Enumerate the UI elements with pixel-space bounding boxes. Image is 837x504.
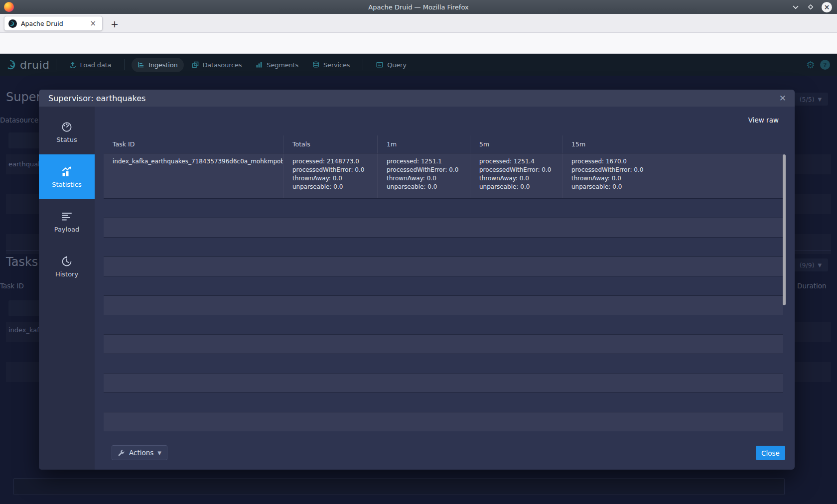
new-tab-button[interactable]: + (107, 17, 123, 30)
divider (56, 59, 56, 70)
load-data-icon (69, 61, 76, 68)
table-row (13, 478, 785, 495)
dialog-sidebar: Status Statistics Payload History (39, 107, 95, 470)
table-row-empty (104, 334, 783, 354)
dialog-header: Supervisor: earthquakes ✕ (39, 90, 795, 107)
col-15m: 15m (562, 135, 783, 153)
tab-title: Apache Druid (21, 20, 88, 27)
5m-cell: processed: 1251.4 processedWithError: 0.… (470, 153, 562, 198)
table-row-empty (104, 412, 783, 431)
window-minimize-button[interactable] (792, 3, 800, 11)
tab-close-icon[interactable]: × (88, 19, 98, 28)
ingestion-icon (138, 61, 144, 68)
tab-statistics[interactable]: Statistics (39, 154, 95, 199)
window-maximize-button[interactable] (807, 3, 815, 11)
brand-wordmark: druid (20, 59, 50, 71)
history-clock-icon (61, 255, 73, 267)
tab-payload[interactable]: Payload (39, 199, 95, 244)
table-scrollbar[interactable] (783, 154, 786, 305)
payload-align-left-icon (61, 211, 73, 223)
browser-tab[interactable]: Apache Druid × (4, 16, 103, 31)
browser-toolbar: 172.18.0.4:30109/unified-console.html#in… (0, 33, 837, 54)
druid-header: druid Load data Ingestion Datasources (0, 54, 837, 76)
druid-brand[interactable]: druid (7, 59, 50, 71)
divider (124, 59, 125, 70)
wrench-icon (118, 449, 125, 457)
totals-cell: processed: 2148773.0 processedWithError:… (283, 153, 377, 198)
druid-logo-icon (7, 59, 18, 70)
nav-query[interactable]: Query (370, 58, 413, 72)
view-raw-link[interactable]: View raw (748, 116, 779, 124)
supervisors-count-dropdown[interactable]: (5/5)▼ (793, 93, 828, 106)
tasks-heading: Tasks (6, 255, 38, 269)
datasource-column-label: Datasource (0, 116, 38, 124)
table-row-empty (104, 256, 783, 276)
services-icon (312, 61, 319, 68)
dialog-title: Supervisor: earthquakes (48, 94, 145, 103)
duration-column-label: Duration (797, 282, 827, 290)
actions-button[interactable]: Actions ▼ (112, 445, 167, 460)
table-row-empty (104, 373, 783, 392)
table-row-empty (104, 392, 783, 412)
table-row-empty (104, 198, 783, 218)
screen: Apache Druid — Mozilla Firefox × Apache … (0, 0, 837, 504)
window-title: Apache Druid — Mozilla Firefox (0, 3, 837, 11)
nav-datasources[interactable]: Datasources (186, 58, 248, 72)
tab-status[interactable]: Status (39, 110, 95, 154)
statistics-table: Task ID Totals 1m 5m 15m index_kafka_ear… (104, 135, 783, 431)
col-1m: 1m (377, 135, 470, 153)
table-row-empty (104, 237, 783, 256)
status-gauge-icon (61, 121, 73, 133)
nav-ingestion[interactable]: Ingestion (132, 58, 183, 72)
tasks-count-dropdown[interactable]: (9/9)▼ (793, 258, 828, 271)
empty-rows (104, 198, 783, 431)
divider (363, 59, 363, 70)
col-task-id: Task ID (104, 135, 283, 153)
caret-down-icon: ▼ (818, 97, 822, 102)
task-id-column-label: Task ID (0, 282, 24, 290)
dialog-close-icon[interactable]: ✕ (777, 93, 788, 104)
tab-history[interactable]: History (39, 244, 95, 289)
table-row-empty (104, 315, 783, 334)
statistics-chart-icon (61, 166, 73, 178)
table-row-empty (104, 295, 783, 315)
supervisor-dialog: Supervisor: earthquakes ✕ Status Statist… (39, 90, 795, 470)
window-close-button[interactable]: × (822, 2, 832, 12)
table-row-empty (104, 354, 783, 373)
task-id-cell: index_kafka_earthquakes_7184357396d6c0a_… (104, 153, 283, 198)
datasources-icon (192, 61, 199, 68)
gear-icon[interactable]: ⚙ (806, 60, 815, 70)
col-totals: Totals (283, 135, 377, 153)
nav-segments[interactable]: Segments (250, 58, 304, 72)
nav-services[interactable]: Services (306, 58, 356, 72)
window-titlebar: Apache Druid — Mozilla Firefox × (0, 0, 837, 14)
1m-cell: processed: 1251.1 processedWithError: 0.… (377, 153, 470, 198)
close-button[interactable]: Close (756, 446, 785, 460)
table-row-empty (104, 276, 783, 295)
nav-load-data[interactable]: Load data (63, 58, 118, 72)
table-header-row: Task ID Totals 1m 5m 15m (104, 135, 783, 153)
caret-down-icon: ▼ (818, 262, 822, 268)
15m-cell: processed: 1670.0 processedWithError: 0.… (562, 153, 783, 198)
col-5m: 5m (470, 135, 562, 153)
table-row: index_kafka_earthquakes_7184357396d6c0a_… (104, 153, 783, 198)
table-row-empty (104, 218, 783, 237)
query-icon (376, 61, 383, 68)
help-icon[interactable]: ? (820, 60, 830, 70)
caret-down-icon: ▼ (157, 450, 161, 456)
segments-icon (256, 61, 263, 68)
druid-favicon-icon (8, 19, 17, 28)
firefox-icon (4, 2, 14, 12)
tab-strip: Apache Druid × + (0, 14, 837, 33)
